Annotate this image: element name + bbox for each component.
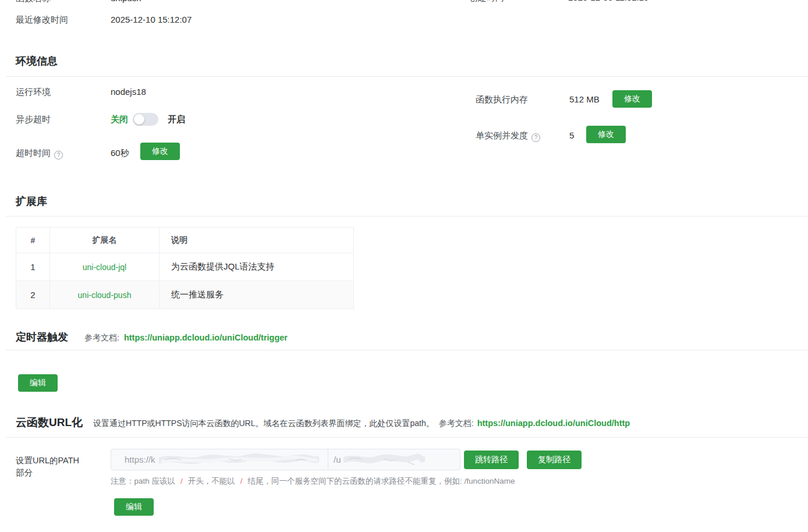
env-section-title: 环境信息 bbox=[16, 54, 58, 68]
row-index: 2 bbox=[16, 281, 50, 309]
url-path-segment: /u bbox=[328, 449, 460, 470]
timeout-value: 60秒 bbox=[111, 148, 129, 159]
url-path-note: 注意：path 应该以 / 开头，不能以 / 结尾，同一个服务空间下的云函数的请… bbox=[111, 476, 515, 487]
cloud-function-detail-page: 函数名称 unipush 创建时间 2025-12-05 11:01:15 最近… bbox=[0, 0, 808, 532]
url-path-input[interactable]: https://k /u bbox=[111, 449, 460, 470]
created-time-label: 创建时间 bbox=[469, 0, 504, 3]
section-divider bbox=[6, 437, 808, 438]
function-name-value: unipush bbox=[111, 0, 141, 3]
section-divider bbox=[6, 76, 808, 77]
copy-path-button[interactable]: 复制路径 bbox=[527, 451, 582, 469]
toggle-knob bbox=[134, 114, 144, 125]
modified-time-value: 2025-12-10 15:12:07 bbox=[111, 15, 192, 24]
concurrency-modify-button[interactable]: 修改 bbox=[586, 126, 626, 143]
extension-table: # 扩展名 说明 1 uni-cloud-jql 为云函数提供JQL语法支持 2… bbox=[16, 227, 354, 309]
modified-time-label: 最近修改时间 bbox=[16, 15, 68, 26]
timer-edit-button[interactable]: 编辑 bbox=[18, 374, 58, 392]
row-index: 1 bbox=[16, 253, 50, 281]
extension-section-title: 扩展库 bbox=[16, 194, 47, 208]
table-header-row: # 扩展名 说明 bbox=[16, 228, 354, 253]
url-domain-prefix: https://k bbox=[125, 455, 155, 464]
toggle-off-label: 关闭 bbox=[111, 114, 128, 125]
row-desc: 统一推送服务 bbox=[160, 281, 354, 309]
note-text: 结尾，同一个服务空间下的云函数的请求路径不能重复，例如: /functionNa… bbox=[248, 476, 515, 487]
url-path-label-line1: 设置URL的PATH bbox=[16, 455, 79, 467]
url-section-title: 云函数URL化 bbox=[16, 415, 83, 430]
timeout-label: 超时时间? bbox=[16, 148, 63, 159]
timeout-modify-button[interactable]: 修改 bbox=[140, 143, 180, 160]
url-domain-segment: https://k bbox=[111, 449, 328, 470]
memory-modify-button[interactable]: 修改 bbox=[612, 90, 652, 108]
memory-label: 函数执行内存 bbox=[476, 94, 528, 105]
url-path-label-line2: 部分 bbox=[16, 467, 79, 479]
row-desc: 为云函数提供JQL语法支持 bbox=[160, 253, 354, 281]
created-time-value: 2025-12-05 11:01:15 bbox=[568, 0, 648, 2]
extension-link[interactable]: uni-cloud-jql bbox=[83, 263, 126, 272]
concurrency-value: 5 bbox=[569, 130, 574, 140]
timer-doc-link[interactable]: https://uniapp.dcloud.io/uniCloud/trigge… bbox=[124, 333, 288, 342]
help-icon[interactable]: ? bbox=[54, 151, 63, 159]
table-row: 2 uni-cloud-push 统一推送服务 bbox=[16, 281, 354, 309]
timer-section-header: 定时器触发 参考文档: https://uniapp.dcloud.io/uni… bbox=[16, 330, 288, 344]
timeout-label-text: 超时时间 bbox=[16, 148, 51, 158]
extension-link[interactable]: uni-cloud-push bbox=[78, 290, 132, 300]
timer-section-title: 定时器触发 bbox=[16, 330, 68, 344]
url-path-prefix: /u bbox=[334, 455, 341, 464]
redacted-path-scribble bbox=[343, 453, 425, 467]
memory-value: 512 MB bbox=[569, 94, 600, 104]
runtime-label: 运行环境 bbox=[16, 87, 51, 98]
note-slash: / bbox=[240, 477, 243, 485]
table-row: 1 uni-cloud-jql 为云函数提供JQL语法支持 bbox=[16, 253, 354, 281]
section-divider bbox=[6, 216, 808, 217]
note-text: 注意：path 应该以 bbox=[111, 476, 175, 487]
async-timeout-toggle[interactable] bbox=[133, 113, 158, 126]
section-divider bbox=[6, 350, 808, 350]
url-section-header: 云函数URL化 设置通过HTTP或HTTPS访问本云函数的URL。域名在云函数列… bbox=[16, 415, 630, 430]
url-edit-button[interactable]: 编辑 bbox=[114, 498, 154, 516]
async-timeout-label: 异步超时 bbox=[16, 114, 51, 125]
url-section-description: 设置通过HTTP或HTTPS访问本云函数的URL。域名在云函数列表界面绑定，此处… bbox=[93, 418, 434, 429]
col-header-name: 扩展名 bbox=[50, 228, 160, 253]
url-path-label: 设置URL的PATH 部分 bbox=[16, 455, 79, 479]
runtime-value: nodejs18 bbox=[111, 87, 146, 97]
concurrency-label-text: 单实例并发度 bbox=[476, 130, 528, 140]
col-header-index: # bbox=[16, 228, 50, 253]
jump-path-button[interactable]: 跳转路径 bbox=[464, 451, 519, 469]
function-name-label: 函数名称 bbox=[16, 0, 51, 4]
toggle-on-label: 开启 bbox=[168, 114, 185, 125]
url-doc-link[interactable]: https://uniapp.dcloud.io/uniCloud/http bbox=[477, 418, 630, 428]
concurrency-label: 单实例并发度? bbox=[476, 130, 540, 142]
doc-label: 参考文档: bbox=[84, 333, 119, 343]
doc-label: 参考文档: bbox=[439, 418, 474, 429]
help-icon[interactable]: ? bbox=[531, 133, 540, 142]
note-slash: / bbox=[180, 477, 183, 485]
note-text: 开头，不能以 bbox=[188, 476, 235, 487]
redacted-domain-scribble bbox=[159, 453, 319, 467]
col-header-desc: 说明 bbox=[160, 228, 354, 253]
